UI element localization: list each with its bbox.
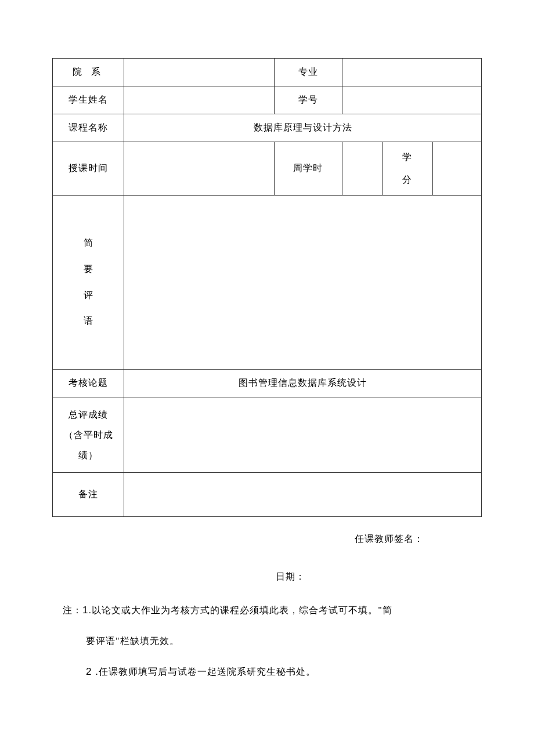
value-weekly-hours (342, 142, 382, 196)
row-student: 学生姓名 学号 (53, 86, 482, 114)
note-1-line-2: 要评语"栏缺填无效。 (86, 632, 459, 650)
value-total-grade (124, 397, 482, 473)
teacher-signature-label: 任课教师签名： (52, 533, 482, 545)
row-course: 课程名称 数据库原理与设计方法 (53, 114, 482, 142)
row-remarks: 备注 (53, 473, 482, 517)
label-exam-topic: 考核论题 (53, 370, 124, 397)
label-student-name: 学生姓名 (53, 86, 124, 114)
value-department (124, 59, 275, 86)
notes-section: 注：1.以论文或大作业为考核方式的课程必须填此表，综合考试可不填。"简 要评语"… (52, 601, 482, 682)
value-credit (432, 142, 481, 196)
label-teaching-time: 授课时间 (53, 142, 124, 196)
date-label: 日期： (52, 571, 482, 583)
label-total-grade: 总评成绩 （含平时成 绩） (53, 397, 124, 473)
label-course-name: 课程名称 (53, 114, 124, 142)
label-department: 院 系 (53, 59, 124, 86)
value-course-name: 数据库原理与设计方法 (124, 114, 482, 142)
label-credit: 学 分 (382, 142, 432, 196)
row-brief-comment: 简 要 评 语 (53, 196, 482, 370)
value-major (342, 59, 481, 86)
value-remarks (124, 473, 482, 517)
row-teaching-time: 授课时间 周学时 学 分 (53, 142, 482, 196)
row-department: 院 系 专业 (53, 59, 482, 86)
value-student-name (124, 86, 275, 114)
note-1-line-1: 注：1.以论文或大作业为考核方式的课程必须填此表，综合考试可不填。"简 (63, 601, 459, 620)
label-major: 专业 (275, 59, 342, 86)
note-2: 2 .任课教师填写后与试卷一起送院系研究生秘书处。 (86, 662, 459, 682)
value-exam-topic: 图书管理信息数据库系统设计 (124, 370, 482, 397)
label-remarks: 备注 (53, 473, 124, 517)
label-brief-comment: 简 要 评 语 (53, 196, 124, 370)
value-teaching-time (124, 142, 275, 196)
row-total-grade: 总评成绩 （含平时成 绩） (53, 397, 482, 473)
label-student-id: 学号 (275, 86, 342, 114)
label-weekly-hours: 周学时 (275, 142, 342, 196)
evaluation-form-table: 院 系 专业 学生姓名 学号 课程名称 数据库原理与设计方法 授课时间 周学时 … (52, 58, 482, 517)
value-student-id (342, 86, 481, 114)
value-brief-comment (124, 196, 482, 370)
row-exam-topic: 考核论题 图书管理信息数据库系统设计 (53, 370, 482, 397)
